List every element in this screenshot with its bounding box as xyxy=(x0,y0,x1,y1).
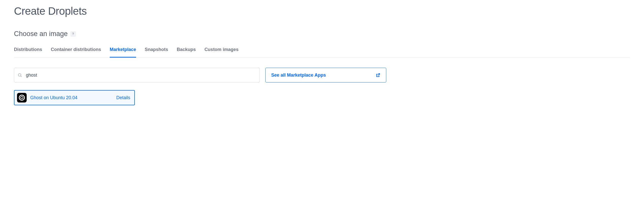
section-header: Choose an image ? xyxy=(14,30,630,38)
see-all-marketplace-button[interactable]: See all Marketplace Apps xyxy=(265,68,386,82)
tab-distributions[interactable]: Distributions xyxy=(14,45,42,58)
result-card-ghost[interactable]: Ghost on Ubuntu 20.04 Details xyxy=(14,90,135,105)
tab-custom-images[interactable]: Custom images xyxy=(204,45,238,58)
search-wrap xyxy=(14,68,260,82)
tab-container-distributions[interactable]: Container distributions xyxy=(51,45,101,58)
svg-point-3 xyxy=(21,96,23,99)
tab-marketplace[interactable]: Marketplace xyxy=(110,45,136,58)
search-input[interactable] xyxy=(14,68,260,82)
ghost-icon xyxy=(17,93,27,102)
see-all-marketplace-label: See all Marketplace Apps xyxy=(271,73,326,78)
result-details-link[interactable]: Details xyxy=(116,95,130,100)
external-link-icon xyxy=(376,73,380,77)
result-name: Ghost on Ubuntu 20.04 xyxy=(30,95,116,100)
section-title: Choose an image xyxy=(14,30,68,38)
search-row: See all Marketplace Apps xyxy=(14,68,630,82)
help-icon[interactable]: ? xyxy=(70,31,76,37)
page-title: Create Droplets xyxy=(14,5,630,17)
svg-point-2 xyxy=(19,95,25,100)
tab-backups[interactable]: Backups xyxy=(177,45,196,58)
tab-snapshots[interactable]: Snapshots xyxy=(145,45,168,58)
image-tabs: Distributions Container distributions Ma… xyxy=(14,45,630,58)
